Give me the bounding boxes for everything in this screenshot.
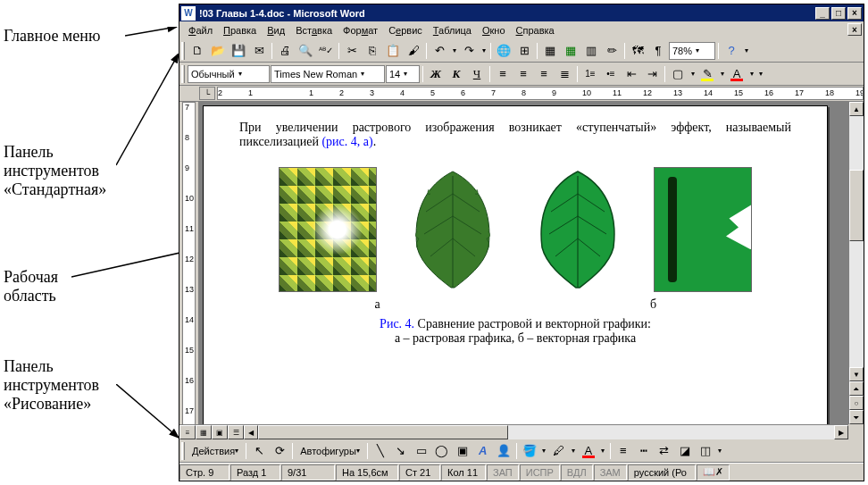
ruler-v-body[interactable]: 7891011121314151617 <box>182 102 196 439</box>
figure-vector-leaf[interactable] <box>529 167 627 292</box>
tables-borders-button[interactable]: ⊞ <box>514 41 534 61</box>
status-column[interactable]: Кол 11 <box>441 464 486 481</box>
help-button[interactable]: ? <box>722 41 741 61</box>
redo-button[interactable]: ↷ <box>459 41 479 61</box>
menu-edit[interactable]: Правка <box>218 23 262 38</box>
status-position[interactable]: На 15,6см <box>336 464 398 481</box>
show-formatting-button[interactable]: ¶ <box>648 41 668 61</box>
spellcheck-button[interactable]: ᴬᴮ✓ <box>316 41 336 61</box>
menu-table[interactable]: Таблица <box>428 23 477 38</box>
document-page[interactable]: При увеличении растрового изображения во… <box>203 105 828 439</box>
rectangle-button[interactable]: ▭ <box>412 441 431 461</box>
align-right-button[interactable]: ≡ <box>534 64 554 84</box>
wordart-button[interactable]: A <box>473 441 493 461</box>
toolbar-options[interactable]: ▾ <box>756 64 764 84</box>
justify-button[interactable]: ≣ <box>555 64 574 84</box>
fill-color-button[interactable]: 🪣 <box>520 441 539 461</box>
print-button[interactable]: 🖨 <box>275 41 295 61</box>
redo-dropdown[interactable]: ▾ <box>480 41 488 61</box>
menu-window[interactable]: Окно <box>477 23 511 38</box>
toolbar-handle[interactable] <box>181 42 185 60</box>
view-pagelayout-button[interactable]: ▣ <box>212 425 228 439</box>
font-combo[interactable]: Times New Roman▾ <box>271 65 385 83</box>
menu-view[interactable]: Вид <box>262 23 290 38</box>
rotate-button[interactable]: ⟳ <box>270 441 289 461</box>
tab-selector[interactable]: └ <box>199 87 215 100</box>
font-color-button[interactable]: А <box>727 64 747 84</box>
line-button[interactable]: ╲ <box>371 441 390 461</box>
underline-button[interactable]: Ч <box>467 64 487 84</box>
font-color-dropdown[interactable]: ▾ <box>747 64 755 84</box>
line-color-button[interactable]: 🖊 <box>549 441 569 461</box>
font-size-combo[interactable]: 14▾ <box>386 65 420 83</box>
toolbar-options[interactable]: ▾ <box>742 41 750 61</box>
hyperlink-button[interactable]: 🌐 <box>494 41 513 61</box>
copy-button[interactable]: ⎘ <box>363 41 382 61</box>
toolbar-handle[interactable] <box>181 442 185 460</box>
scroll-up-button[interactable]: ▲ <box>849 102 864 116</box>
open-button[interactable]: 📂 <box>208 41 228 61</box>
doc-close-button[interactable]: × <box>847 23 862 36</box>
style-combo[interactable]: Обычный▾ <box>188 65 270 83</box>
next-page-button[interactable]: ⏷ <box>849 410 864 424</box>
menu-tools[interactable]: Сервис <box>383 23 428 38</box>
insert-table-button[interactable]: ▦ <box>540 41 560 61</box>
line-style-button[interactable]: ≡ <box>613 441 633 461</box>
scrollbar-vertical[interactable]: ▲ ▼ ⏶ ○ ⏷ <box>848 102 864 424</box>
menu-help[interactable]: Справка <box>511 23 560 38</box>
scroll-down-button[interactable]: ▼ <box>849 367 864 381</box>
minimize-button[interactable]: _ <box>815 7 830 20</box>
menu-insert[interactable]: Вставка <box>290 23 338 38</box>
align-left-button[interactable]: ≡ <box>493 64 513 84</box>
borders-button[interactable]: ▢ <box>668 64 688 84</box>
status-trk[interactable]: ИСПР <box>520 464 560 481</box>
ruler-vertical[interactable]: 7891011121314151617 <box>179 102 199 439</box>
numbered-list-button[interactable]: 1≡ <box>580 64 600 84</box>
status-rec[interactable]: ЗАП <box>487 464 519 481</box>
ruler-horizontal[interactable]: └ 2112345678910111213141516171819 <box>179 86 864 102</box>
3d-button[interactable]: ◫ <box>696 441 715 461</box>
increase-indent-button[interactable]: ⇥ <box>642 64 662 84</box>
close-button[interactable]: × <box>847 7 862 20</box>
toolbar-options[interactable]: ▾ <box>716 441 724 461</box>
figure-raster-zoom[interactable] <box>279 167 377 292</box>
highlight-button[interactable]: ✎ <box>697 64 717 84</box>
view-normal-button[interactable]: ≡ <box>179 425 196 439</box>
zoom-combo[interactable]: 78%▾ <box>669 42 715 60</box>
oval-button[interactable]: ◯ <box>432 441 452 461</box>
figure-reference-link[interactable]: (рис. 4, а) <box>321 135 372 148</box>
figure-vector-zoom[interactable] <box>654 167 752 292</box>
paragraph[interactable]: При увеличении растрового изображения во… <box>239 121 791 149</box>
drawing-button[interactable]: ✏ <box>602 41 622 61</box>
actions-menu[interactable]: Действия ▾ <box>188 441 243 461</box>
columns-button[interactable]: ▥ <box>581 41 601 61</box>
status-pages[interactable]: 9/31 <box>281 464 335 481</box>
clipart-button[interactable]: 👤 <box>494 441 513 461</box>
new-doc-button[interactable]: 🗋 <box>188 41 207 61</box>
ruler-h-body[interactable]: 2112345678910111213141516171819 <box>217 87 864 100</box>
excel-button[interactable]: ▦ <box>561 41 580 61</box>
menu-file[interactable]: Файл <box>183 23 218 38</box>
scroll-left-button[interactable]: ◀ <box>244 425 258 439</box>
view-weblayout-button[interactable]: ▦ <box>196 425 212 439</box>
line-color-dropdown[interactable]: ▾ <box>570 441 578 461</box>
scroll-v-track[interactable] <box>849 116 864 367</box>
status-language[interactable]: русский (Ро <box>628 464 696 481</box>
menu-format[interactable]: Формат <box>338 23 383 38</box>
figure-raster-leaf[interactable] <box>404 167 502 292</box>
undo-button[interactable]: ↶ <box>430 41 449 61</box>
status-spellcheck-icon[interactable]: 📖✗ <box>697 464 730 481</box>
bullet-list-button[interactable]: •≡ <box>601 64 621 84</box>
shadow-button[interactable]: ◪ <box>675 441 695 461</box>
autoshapes-menu[interactable]: Автофигуры ▾ <box>296 441 364 461</box>
preview-button[interactable]: 🔍 <box>296 41 315 61</box>
maximize-button[interactable]: □ <box>831 7 846 20</box>
scrollbar-horizontal[interactable]: ≡ ▦ ▣ ☰ ◀ ▶ <box>179 424 848 439</box>
select-objects-button[interactable]: ↖ <box>249 441 269 461</box>
scroll-v-thumb[interactable] <box>849 170 864 241</box>
highlight-dropdown[interactable]: ▾ <box>718 64 726 84</box>
arrow-button[interactable]: ↘ <box>391 441 411 461</box>
title-bar[interactable]: W !03 Главы 1-4.doc - Microsoft Word _ □… <box>179 4 864 21</box>
fill-dropdown[interactable]: ▾ <box>540 441 548 461</box>
docmap-button[interactable]: 🗺 <box>628 41 647 61</box>
